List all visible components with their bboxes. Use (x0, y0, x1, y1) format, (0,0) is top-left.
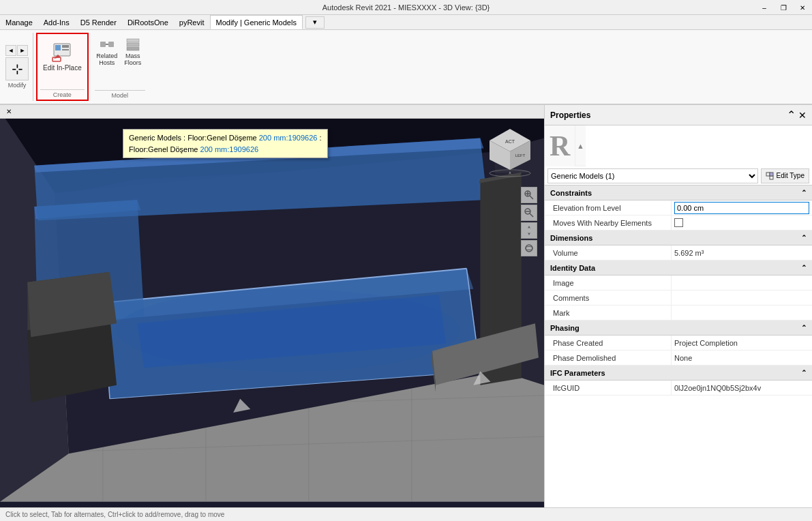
edit-in-place-label: Edit In-Place (43, 64, 82, 72)
prop-phase-created: Phase Created Project Completion (545, 336, 812, 351)
section-phasing[interactable]: Phasing ⌃ (545, 321, 812, 336)
properties-title: Properties (550, 110, 590, 120)
pan-btn[interactable] (521, 222, 537, 239)
properties-table: Constraints ⌃ Elevation from Level Moves… (545, 185, 812, 507)
status-text: Click to select, Tab for alternates, Ctr… (5, 511, 224, 518)
orbit-btn[interactable] (521, 240, 537, 256)
ifc-expand-icon: ⌃ (801, 369, 807, 376)
section-identity-data[interactable]: Identity Data ⌃ (545, 260, 812, 276)
model-group-label: Model (95, 90, 145, 99)
restore-button[interactable]: ❐ (774, 0, 793, 15)
constraints-expand-icon: ⌃ (801, 189, 807, 196)
svg-rect-2 (62, 45, 69, 48)
svg-rect-6 (108, 42, 114, 47)
svg-text:ACT: ACT (505, 139, 515, 144)
volume-value: 5.692 m³ (671, 245, 812, 260)
quick-arrow2-btn[interactable]: ► (17, 45, 28, 56)
related-hosts-button[interactable]: RelatedHosts (95, 35, 119, 68)
edit-in-place-button[interactable]: Edit In-Place (40, 35, 85, 76)
moves-checkbox[interactable] (674, 218, 683, 227)
svg-marker-60 (528, 226, 530, 235)
viewport-close-btn[interactable]: ✕ (4, 107, 14, 117)
section-constraints[interactable]: Constraints ⌃ (545, 185, 812, 200)
related-hosts-icon (99, 36, 115, 53)
menu-addins[interactable]: Add-Ins (38, 15, 75, 29)
viewport-header: ✕ (0, 105, 544, 119)
properties-panel: Properties ⌃ ✕ R ▲ Generic Models (1) (544, 105, 812, 507)
menu-modify-generic[interactable]: Modify | Generic Models (210, 15, 303, 29)
panel-scroll-up[interactable]: ▲ (577, 142, 584, 150)
nav-cube[interactable]: ACT LEFT (483, 125, 537, 180)
modify-btn[interactable]: ⊹ (5, 57, 29, 80)
elevation-input[interactable] (674, 202, 809, 214)
tooltip-line1: Generic Models : Floor:Genel Döşeme 200 … (129, 134, 322, 142)
svg-text:LEFT: LEFT (515, 153, 526, 158)
identity-expand-icon: ⌃ (801, 264, 807, 271)
prop-moves-with-nearby: Moves With Nearby Elements (545, 215, 812, 230)
mass-floors-button[interactable]: MassFloors (121, 35, 145, 68)
properties-close-btn[interactable]: ✕ (798, 110, 807, 121)
minimize-button[interactable]: – (755, 0, 774, 15)
image-label: Image (545, 279, 671, 287)
ifcguid-text: 0lJ2oe0jn1NQ0b5Sj2bx4v (674, 384, 761, 392)
properties-header: Properties ⌃ ✕ (545, 105, 812, 125)
svg-rect-3 (62, 49, 69, 50)
ifcguid-label: IfcGUID (545, 384, 671, 392)
prop-image: Image (545, 276, 812, 291)
svg-line-58 (530, 213, 533, 217)
scene-svg (0, 105, 544, 507)
section-ifc-parameters[interactable]: IFC Parameters ⌃ (545, 366, 812, 381)
menu-pyrevit[interactable]: pyRevit (174, 15, 210, 29)
quick-arrow-btn[interactable]: ◄ (5, 45, 16, 56)
ifcguid-value: 0lJ2oe0jn1NQ0b5Sj2bx4v (671, 381, 812, 395)
view-controls-dropdown[interactable]: ▾ (305, 16, 325, 29)
ribbon-group-create: Edit In-Place Create (36, 33, 89, 101)
menu-d5render[interactable]: D5 Render (75, 15, 122, 29)
phase-created-text: Project Completion (674, 339, 738, 347)
properties-collapse-btn[interactable]: ⌃ (787, 108, 796, 121)
moves-value[interactable] (671, 215, 812, 230)
edit-type-label: Edit Type (776, 172, 805, 179)
svg-rect-1 (55, 45, 61, 50)
mass-floors-icon (125, 36, 141, 53)
svg-point-44 (117, 289, 460, 372)
menu-manage[interactable]: Manage (0, 15, 38, 29)
svg-rect-10 (127, 47, 139, 50)
revit-logo: R (550, 132, 570, 160)
volume-text: 5.692 m³ (674, 249, 704, 257)
elevation-label: Elevation from Level (545, 204, 671, 212)
phase-created-label: Phase Created (545, 339, 671, 347)
edit-in-place-icon (51, 41, 73, 63)
phasing-expand-icon: ⌃ (801, 324, 807, 331)
svg-line-54 (530, 196, 533, 199)
zoom-in-btn[interactable] (521, 187, 537, 203)
prop-phase-demolished: Phase Demolished None (545, 351, 812, 366)
mark-value (671, 306, 812, 320)
status-bar: Click to select, Tab for alternates, Ctr… (0, 507, 812, 521)
svg-rect-5 (100, 42, 106, 47)
moves-label: Moves With Nearby Elements (545, 219, 671, 227)
svg-point-62 (526, 247, 532, 250)
revit-logo-area: R ▲ (545, 125, 586, 166)
type-selector[interactable]: Generic Models (1) (547, 168, 758, 183)
title-bar: Autodesk Revit 2021 - MIESXXXX - 3D View… (0, 0, 812, 15)
elevation-value[interactable] (671, 200, 812, 215)
create-group-label: Create (40, 89, 85, 98)
dropdown-arrow: ▾ (313, 18, 317, 27)
app-title: Autodesk Revit 2021 - MIESXXXX - 3D View… (322, 3, 490, 12)
svg-rect-64 (770, 176, 773, 179)
menu-diroots[interactable]: DiRootsOne (122, 15, 174, 29)
volume-label: Volume (545, 249, 671, 257)
section-dimensions[interactable]: Dimensions ⌃ (545, 230, 812, 245)
mark-label: Mark (545, 309, 671, 317)
phase-demolished-value[interactable]: None (671, 351, 812, 365)
svg-rect-63 (766, 173, 770, 176)
app-close-button[interactable]: ✕ (793, 0, 812, 15)
ribbon: ◄ ► ⊹ Modify Edit In-Place Create (0, 30, 812, 105)
phase-created-value[interactable]: Project Completion (671, 336, 812, 350)
menu-bar: Manage Add-Ins D5 Render DiRootsOne pyRe… (0, 15, 812, 30)
edit-type-button[interactable]: Edit Type (761, 168, 809, 183)
image-value (671, 276, 812, 290)
zoom-out-btn[interactable] (521, 205, 537, 221)
viewport-3d[interactable]: ✕ (0, 105, 544, 507)
